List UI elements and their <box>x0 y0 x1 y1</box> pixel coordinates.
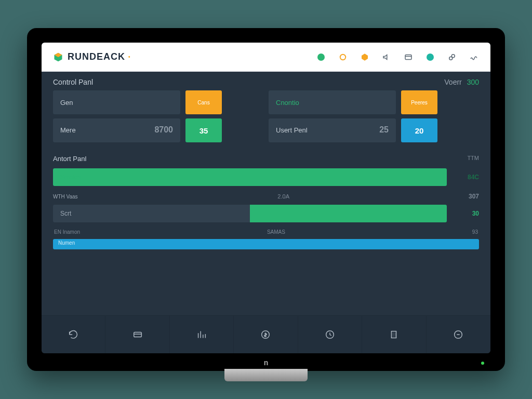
logo-hex-icon <box>53 52 63 62</box>
status-ring-orange[interactable] <box>338 52 348 62</box>
card-cnontio[interactable]: Cnontio <box>269 90 396 114</box>
brand-name: RUNDEACK <box>68 51 125 62</box>
header-icon-bar <box>316 52 479 62</box>
bottom-dock <box>42 315 490 353</box>
link-icon[interactable] <box>447 52 457 62</box>
dock-clock[interactable] <box>298 316 362 353</box>
status-dot-teal[interactable] <box>425 52 435 62</box>
section-title-right: TTM <box>467 155 479 163</box>
tiny-row: EN Inamon SAMAS 93 <box>53 229 479 237</box>
card-usert[interactable]: Usert Penl25 <box>269 118 396 142</box>
svg-rect-4 <box>405 55 411 59</box>
app-logo[interactable]: RUNDEACK• <box>53 51 131 62</box>
chip-cans[interactable]: Cans <box>185 90 222 114</box>
chart-icon <box>196 329 207 340</box>
chip-peeres[interactable]: Peeres <box>401 90 437 114</box>
page-title: Control Panl <box>53 78 93 86</box>
dollar-icon <box>260 329 271 340</box>
refresh-icon <box>68 329 79 340</box>
dock-chart[interactable] <box>170 316 234 353</box>
dock-badge[interactable] <box>427 316 490 353</box>
bar-smales[interactable]: Smales 84C <box>53 167 479 188</box>
svg-rect-8 <box>134 332 141 337</box>
card-icon[interactable] <box>403 52 414 62</box>
activity-panel: Antort Panl TTM Smales 84C WTH Vaas 2.0A… <box>42 148 490 256</box>
bar-scrt[interactable]: Scrt 30 <box>53 203 479 224</box>
version-label: Voerr 300 <box>444 78 479 86</box>
app-header: RUNDEACK• <box>42 43 490 72</box>
svg-point-7 <box>451 54 455 57</box>
card-mere[interactable]: Mere8700 <box>53 118 180 142</box>
app-screen: RUNDEACK• <box>42 43 490 353</box>
clock-icon <box>324 329 336 340</box>
svg-marker-3 <box>362 54 368 61</box>
thin-progress[interactable]: Numen <box>53 239 479 249</box>
metric-cards: Gen Mere8700 Cans 35 Cnontio Usert Penl2… <box>42 90 490 148</box>
speaker-icon[interactable] <box>381 52 392 62</box>
chip-35[interactable]: 35 <box>185 118 222 142</box>
dock-refresh[interactable] <box>42 316 105 353</box>
building-icon <box>388 329 400 340</box>
dock-card[interactable] <box>105 316 169 353</box>
card-gen[interactable]: Gen <box>53 90 180 114</box>
row-split: WTH Vaas 2.0A 307 <box>53 193 479 200</box>
svg-point-2 <box>340 54 346 60</box>
status-dot-green[interactable] <box>316 52 326 62</box>
section-title: Antort Panl <box>53 155 86 163</box>
title-bar: Control Panl Voerr 300 <box>42 72 490 90</box>
dock-dollar[interactable] <box>234 316 298 353</box>
chip-20[interactable]: 20 <box>401 118 437 142</box>
card-icon <box>132 329 143 340</box>
svg-rect-12 <box>392 331 396 338</box>
badge-icon <box>453 329 464 340</box>
hex-icon[interactable] <box>360 52 370 62</box>
dock-building[interactable] <box>362 316 426 353</box>
wave-icon[interactable] <box>469 52 479 62</box>
